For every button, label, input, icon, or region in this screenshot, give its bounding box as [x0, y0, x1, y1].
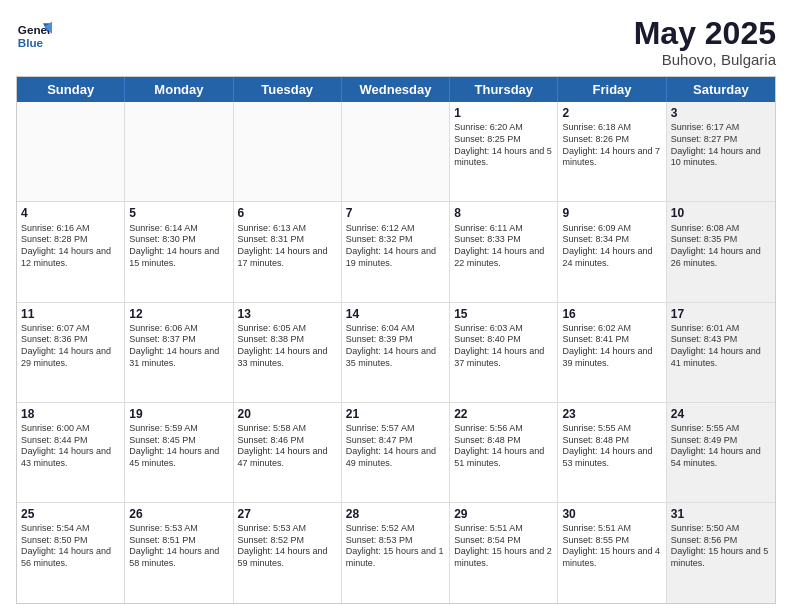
- cell-info-11: Sunrise: 6:07 AM Sunset: 8:36 PM Dayligh…: [21, 323, 120, 370]
- day-number-15: 15: [454, 306, 553, 322]
- cell-info-2: Sunrise: 6:18 AM Sunset: 8:26 PM Dayligh…: [562, 122, 661, 169]
- cell-w4-d2: 19Sunrise: 5:59 AM Sunset: 8:45 PM Dayli…: [125, 403, 233, 502]
- cell-w2-d4: 7Sunrise: 6:12 AM Sunset: 8:32 PM Daylig…: [342, 202, 450, 301]
- week-4: 18Sunrise: 6:00 AM Sunset: 8:44 PM Dayli…: [17, 403, 775, 503]
- week-5: 25Sunrise: 5:54 AM Sunset: 8:50 PM Dayli…: [17, 503, 775, 603]
- day-number-16: 16: [562, 306, 661, 322]
- cell-info-28: Sunrise: 5:52 AM Sunset: 8:53 PM Dayligh…: [346, 523, 445, 570]
- cell-w5-d5: 29Sunrise: 5:51 AM Sunset: 8:54 PM Dayli…: [450, 503, 558, 603]
- cell-info-31: Sunrise: 5:50 AM Sunset: 8:56 PM Dayligh…: [671, 523, 771, 570]
- cell-w4-d7: 24Sunrise: 5:55 AM Sunset: 8:49 PM Dayli…: [667, 403, 775, 502]
- title-block: May 2025 Buhovo, Bulgaria: [634, 16, 776, 68]
- day-number-22: 22: [454, 406, 553, 422]
- week-1: 1Sunrise: 6:20 AM Sunset: 8:25 PM Daylig…: [17, 102, 775, 202]
- header-friday: Friday: [558, 77, 666, 102]
- cell-w4-d6: 23Sunrise: 5:55 AM Sunset: 8:48 PM Dayli…: [558, 403, 666, 502]
- cell-info-20: Sunrise: 5:58 AM Sunset: 8:46 PM Dayligh…: [238, 423, 337, 470]
- cell-w2-d3: 6Sunrise: 6:13 AM Sunset: 8:31 PM Daylig…: [234, 202, 342, 301]
- cell-w1-d2: [125, 102, 233, 201]
- cell-w1-d3: [234, 102, 342, 201]
- day-number-4: 4: [21, 205, 120, 221]
- cell-w3-d1: 11Sunrise: 6:07 AM Sunset: 8:36 PM Dayli…: [17, 303, 125, 402]
- cell-info-25: Sunrise: 5:54 AM Sunset: 8:50 PM Dayligh…: [21, 523, 120, 570]
- cell-info-7: Sunrise: 6:12 AM Sunset: 8:32 PM Dayligh…: [346, 223, 445, 270]
- header-sunday: Sunday: [17, 77, 125, 102]
- day-number-25: 25: [21, 506, 120, 522]
- day-number-28: 28: [346, 506, 445, 522]
- day-number-2: 2: [562, 105, 661, 121]
- day-number-9: 9: [562, 205, 661, 221]
- day-number-10: 10: [671, 205, 771, 221]
- cell-w1-d4: [342, 102, 450, 201]
- day-number-13: 13: [238, 306, 337, 322]
- calendar: Sunday Monday Tuesday Wednesday Thursday…: [16, 76, 776, 604]
- day-number-21: 21: [346, 406, 445, 422]
- calendar-header: Sunday Monday Tuesday Wednesday Thursday…: [17, 77, 775, 102]
- cell-info-10: Sunrise: 6:08 AM Sunset: 8:35 PM Dayligh…: [671, 223, 771, 270]
- cell-info-30: Sunrise: 5:51 AM Sunset: 8:55 PM Dayligh…: [562, 523, 661, 570]
- svg-text:Blue: Blue: [18, 36, 44, 49]
- day-number-24: 24: [671, 406, 771, 422]
- cell-w5-d4: 28Sunrise: 5:52 AM Sunset: 8:53 PM Dayli…: [342, 503, 450, 603]
- cell-w5-d6: 30Sunrise: 5:51 AM Sunset: 8:55 PM Dayli…: [558, 503, 666, 603]
- day-number-6: 6: [238, 205, 337, 221]
- cell-w5-d7: 31Sunrise: 5:50 AM Sunset: 8:56 PM Dayli…: [667, 503, 775, 603]
- header: General Blue May 2025 Buhovo, Bulgaria: [16, 16, 776, 68]
- cell-w4-d1: 18Sunrise: 6:00 AM Sunset: 8:44 PM Dayli…: [17, 403, 125, 502]
- day-number-11: 11: [21, 306, 120, 322]
- logo: General Blue: [16, 16, 52, 52]
- week-3: 11Sunrise: 6:07 AM Sunset: 8:36 PM Dayli…: [17, 303, 775, 403]
- cell-info-17: Sunrise: 6:01 AM Sunset: 8:43 PM Dayligh…: [671, 323, 771, 370]
- day-number-18: 18: [21, 406, 120, 422]
- day-number-30: 30: [562, 506, 661, 522]
- week-2: 4Sunrise: 6:16 AM Sunset: 8:28 PM Daylig…: [17, 202, 775, 302]
- cell-info-19: Sunrise: 5:59 AM Sunset: 8:45 PM Dayligh…: [129, 423, 228, 470]
- day-number-26: 26: [129, 506, 228, 522]
- cell-info-13: Sunrise: 6:05 AM Sunset: 8:38 PM Dayligh…: [238, 323, 337, 370]
- day-number-1: 1: [454, 105, 553, 121]
- cell-w4-d4: 21Sunrise: 5:57 AM Sunset: 8:47 PM Dayli…: [342, 403, 450, 502]
- day-number-31: 31: [671, 506, 771, 522]
- day-number-8: 8: [454, 205, 553, 221]
- cell-w3-d2: 12Sunrise: 6:06 AM Sunset: 8:37 PM Dayli…: [125, 303, 233, 402]
- day-number-23: 23: [562, 406, 661, 422]
- cell-w2-d2: 5Sunrise: 6:14 AM Sunset: 8:30 PM Daylig…: [125, 202, 233, 301]
- cell-info-22: Sunrise: 5:56 AM Sunset: 8:48 PM Dayligh…: [454, 423, 553, 470]
- logo-icon: General Blue: [16, 16, 52, 52]
- cell-info-26: Sunrise: 5:53 AM Sunset: 8:51 PM Dayligh…: [129, 523, 228, 570]
- cell-info-21: Sunrise: 5:57 AM Sunset: 8:47 PM Dayligh…: [346, 423, 445, 470]
- cell-info-23: Sunrise: 5:55 AM Sunset: 8:48 PM Dayligh…: [562, 423, 661, 470]
- day-number-29: 29: [454, 506, 553, 522]
- header-monday: Monday: [125, 77, 233, 102]
- cell-info-15: Sunrise: 6:03 AM Sunset: 8:40 PM Dayligh…: [454, 323, 553, 370]
- day-number-12: 12: [129, 306, 228, 322]
- cell-w2-d7: 10Sunrise: 6:08 AM Sunset: 8:35 PM Dayli…: [667, 202, 775, 301]
- cell-w3-d6: 16Sunrise: 6:02 AM Sunset: 8:41 PM Dayli…: [558, 303, 666, 402]
- cell-w3-d4: 14Sunrise: 6:04 AM Sunset: 8:39 PM Dayli…: [342, 303, 450, 402]
- cell-info-27: Sunrise: 5:53 AM Sunset: 8:52 PM Dayligh…: [238, 523, 337, 570]
- cell-info-5: Sunrise: 6:14 AM Sunset: 8:30 PM Dayligh…: [129, 223, 228, 270]
- cell-w3-d3: 13Sunrise: 6:05 AM Sunset: 8:38 PM Dayli…: [234, 303, 342, 402]
- cell-w5-d3: 27Sunrise: 5:53 AM Sunset: 8:52 PM Dayli…: [234, 503, 342, 603]
- cell-w1-d1: [17, 102, 125, 201]
- cell-w1-d5: 1Sunrise: 6:20 AM Sunset: 8:25 PM Daylig…: [450, 102, 558, 201]
- header-thursday: Thursday: [450, 77, 558, 102]
- cell-info-3: Sunrise: 6:17 AM Sunset: 8:27 PM Dayligh…: [671, 122, 771, 169]
- cell-w4-d5: 22Sunrise: 5:56 AM Sunset: 8:48 PM Dayli…: [450, 403, 558, 502]
- cell-info-4: Sunrise: 6:16 AM Sunset: 8:28 PM Dayligh…: [21, 223, 120, 270]
- page: General Blue May 2025 Buhovo, Bulgaria S…: [0, 0, 792, 612]
- day-number-20: 20: [238, 406, 337, 422]
- cell-info-24: Sunrise: 5:55 AM Sunset: 8:49 PM Dayligh…: [671, 423, 771, 470]
- cell-info-18: Sunrise: 6:00 AM Sunset: 8:44 PM Dayligh…: [21, 423, 120, 470]
- cell-w4-d3: 20Sunrise: 5:58 AM Sunset: 8:46 PM Dayli…: [234, 403, 342, 502]
- header-wednesday: Wednesday: [342, 77, 450, 102]
- cell-w2-d5: 8Sunrise: 6:11 AM Sunset: 8:33 PM Daylig…: [450, 202, 558, 301]
- cell-w2-d6: 9Sunrise: 6:09 AM Sunset: 8:34 PM Daylig…: [558, 202, 666, 301]
- main-title: May 2025: [634, 16, 776, 51]
- cell-info-29: Sunrise: 5:51 AM Sunset: 8:54 PM Dayligh…: [454, 523, 553, 570]
- cell-w2-d1: 4Sunrise: 6:16 AM Sunset: 8:28 PM Daylig…: [17, 202, 125, 301]
- calendar-body: 1Sunrise: 6:20 AM Sunset: 8:25 PM Daylig…: [17, 102, 775, 603]
- cell-w1-d7: 3Sunrise: 6:17 AM Sunset: 8:27 PM Daylig…: [667, 102, 775, 201]
- day-number-7: 7: [346, 205, 445, 221]
- cell-info-16: Sunrise: 6:02 AM Sunset: 8:41 PM Dayligh…: [562, 323, 661, 370]
